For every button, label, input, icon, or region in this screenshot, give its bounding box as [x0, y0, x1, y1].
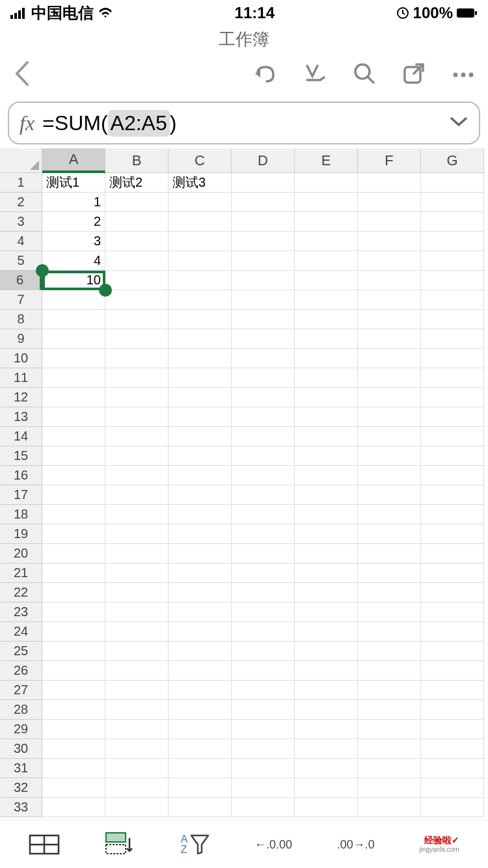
cell[interactable] — [421, 505, 484, 524]
cell[interactable] — [421, 524, 484, 544]
cell[interactable] — [295, 232, 358, 251]
cell[interactable] — [358, 739, 421, 759]
cell[interactable] — [295, 290, 358, 310]
cell[interactable] — [42, 563, 105, 583]
row-header[interactable]: 13 — [0, 407, 42, 427]
cell[interactable] — [232, 329, 295, 349]
cell[interactable] — [421, 485, 484, 505]
cell[interactable] — [232, 485, 295, 505]
cell[interactable] — [169, 251, 232, 271]
cell[interactable] — [232, 310, 295, 329]
row-header[interactable]: 11 — [0, 368, 42, 388]
row-header[interactable]: 1 — [0, 173, 42, 193]
cell[interactable] — [295, 603, 358, 622]
increase-decimal-button[interactable]: .00 →.0 — [337, 839, 375, 850]
cell[interactable] — [42, 368, 105, 388]
cell[interactable] — [232, 232, 295, 251]
row-header[interactable]: 14 — [0, 427, 42, 446]
cell[interactable] — [295, 310, 358, 329]
cell[interactable] — [232, 193, 295, 212]
cell[interactable] — [421, 563, 484, 583]
cell[interactable] — [358, 466, 421, 485]
cell[interactable] — [358, 544, 421, 563]
cell[interactable] — [105, 232, 169, 251]
cell[interactable]: 测试1 — [42, 173, 105, 193]
cell[interactable] — [358, 778, 421, 798]
cell[interactable] — [105, 700, 169, 720]
cell[interactable] — [295, 778, 358, 798]
row-header[interactable]: 25 — [0, 642, 42, 661]
select-all-corner[interactable] — [0, 148, 42, 173]
cell[interactable] — [42, 388, 105, 407]
cell[interactable] — [295, 427, 358, 446]
cell[interactable] — [105, 212, 169, 232]
cell[interactable] — [421, 232, 484, 251]
cell[interactable] — [421, 290, 484, 310]
cell[interactable] — [232, 290, 295, 310]
cell[interactable] — [358, 173, 421, 193]
cell[interactable] — [169, 485, 232, 505]
cell[interactable] — [232, 661, 295, 681]
cell[interactable] — [105, 778, 169, 798]
row-header[interactable]: 21 — [0, 563, 42, 583]
cell[interactable] — [232, 446, 295, 466]
cell[interactable] — [295, 544, 358, 563]
cell[interactable] — [232, 622, 295, 642]
cell[interactable] — [295, 173, 358, 193]
cell[interactable] — [358, 310, 421, 329]
cell[interactable] — [295, 368, 358, 388]
cell[interactable] — [169, 622, 232, 642]
cell[interactable] — [42, 485, 105, 505]
row-header[interactable]: 23 — [0, 603, 42, 622]
cell[interactable] — [169, 271, 232, 290]
cell[interactable] — [105, 642, 169, 661]
cell[interactable] — [232, 427, 295, 446]
formula-content[interactable]: =SUM( A2:A5 ) — [42, 110, 441, 137]
cell[interactable] — [105, 388, 169, 407]
cell[interactable]: 1 — [42, 193, 105, 212]
cell[interactable] — [421, 778, 484, 798]
row-header[interactable]: 19 — [0, 524, 42, 544]
row-header[interactable]: 15 — [0, 446, 42, 466]
row-header[interactable]: 8 — [0, 310, 42, 329]
cell[interactable] — [169, 739, 232, 759]
cell[interactable] — [295, 251, 358, 271]
cell[interactable] — [169, 505, 232, 524]
cell[interactable] — [42, 778, 105, 798]
cell[interactable] — [421, 661, 484, 681]
cell[interactable] — [295, 505, 358, 524]
cell[interactable] — [232, 349, 295, 368]
cell[interactable] — [42, 720, 105, 739]
cell[interactable] — [358, 427, 421, 446]
cell[interactable] — [358, 583, 421, 603]
cell[interactable] — [169, 349, 232, 368]
cell[interactable] — [232, 739, 295, 759]
cell[interactable] — [358, 505, 421, 524]
cell[interactable] — [421, 583, 484, 603]
cell[interactable] — [232, 563, 295, 583]
cell[interactable]: 测试2 — [105, 173, 169, 193]
row-header[interactable]: 20 — [0, 544, 42, 563]
cell[interactable] — [105, 368, 169, 388]
cell[interactable] — [421, 427, 484, 446]
more-button[interactable] — [452, 69, 475, 81]
cell[interactable] — [105, 505, 169, 524]
share-button[interactable] — [402, 62, 426, 88]
cell[interactable] — [105, 485, 169, 505]
cell[interactable] — [295, 212, 358, 232]
cell[interactable]: 2 — [42, 212, 105, 232]
cell[interactable] — [358, 622, 421, 642]
cell[interactable] — [42, 544, 105, 563]
column-header[interactable]: G — [421, 148, 484, 173]
cell[interactable] — [169, 446, 232, 466]
cell[interactable] — [421, 642, 484, 661]
cell[interactable] — [358, 368, 421, 388]
cell[interactable] — [42, 681, 105, 700]
expand-button[interactable] — [449, 116, 468, 130]
cell[interactable] — [105, 759, 169, 778]
cell[interactable] — [232, 798, 295, 817]
cell[interactable] — [169, 603, 232, 622]
cell[interactable] — [232, 603, 295, 622]
cell[interactable] — [232, 642, 295, 661]
cell[interactable]: 测试3 — [169, 173, 232, 193]
